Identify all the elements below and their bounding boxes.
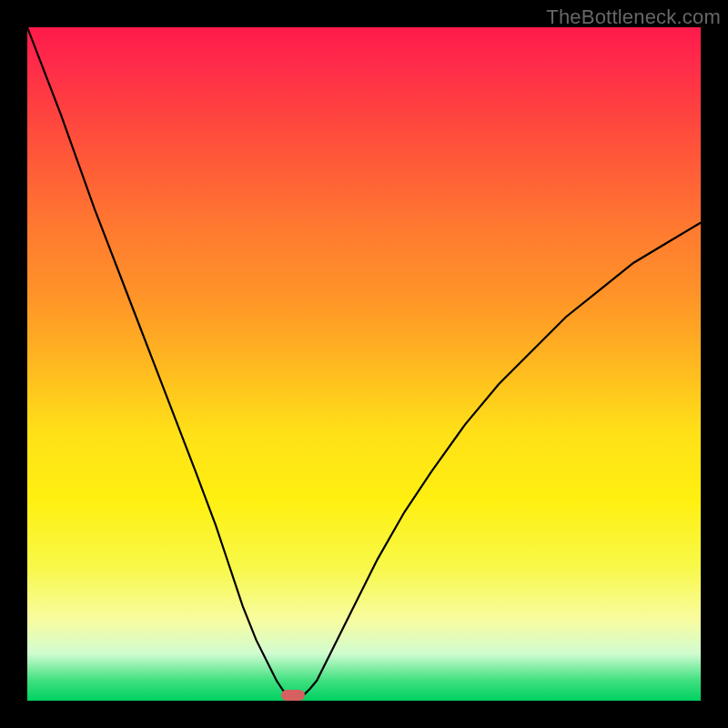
plot-area: [27, 27, 701, 701]
bottleneck-curve-svg: [27, 27, 701, 701]
watermark-text: TheBottleneck.com: [546, 5, 721, 29]
bottleneck-curve: [27, 27, 701, 698]
optimal-marker: [281, 690, 305, 701]
